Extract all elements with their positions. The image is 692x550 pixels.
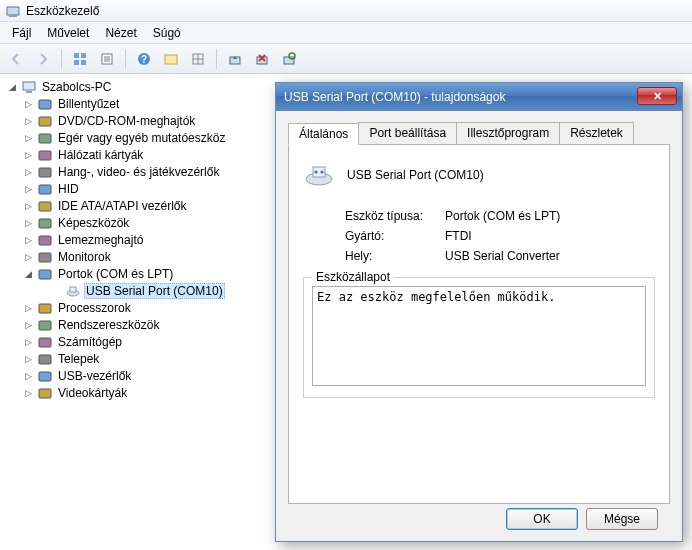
status-textbox[interactable]: [312, 286, 646, 386]
svg-rect-4: [74, 60, 79, 65]
toolbar-separator: [61, 49, 62, 69]
tab-strip: Általános Port beállítása Illesztőprogra…: [288, 122, 670, 145]
scan-hardware-button[interactable]: [277, 47, 301, 71]
svg-rect-36: [39, 321, 51, 330]
expand-icon[interactable]: ▷: [22, 200, 34, 212]
view-mode-button[interactable]: [68, 47, 92, 71]
tree-category-label: Lemezmeghajtó: [56, 232, 145, 248]
category-icon: [37, 181, 53, 197]
svg-rect-22: [39, 100, 51, 109]
tree-category-label: HID: [56, 181, 81, 197]
expand-icon[interactable]: ▷: [22, 132, 34, 144]
forward-button: [31, 47, 55, 71]
device-status-field: Eszközállapot: [303, 277, 655, 398]
grid-button[interactable]: [186, 47, 210, 71]
menu-action[interactable]: Művelet: [39, 24, 97, 42]
prop-type-label: Eszköz típusa:: [345, 209, 445, 223]
expand-icon[interactable]: ◢: [22, 268, 34, 280]
tree-category-label: Hang-, video- és játékvezérlők: [56, 164, 221, 180]
cancel-button[interactable]: Mégse: [586, 508, 658, 530]
expand-icon[interactable]: ▷: [22, 166, 34, 178]
expand-icon[interactable]: ▷: [22, 98, 34, 110]
dialog-titlebar[interactable]: USB Serial Port (COM10) - tulajdonságok …: [276, 83, 682, 111]
svg-rect-21: [26, 91, 32, 93]
show-hidden-button[interactable]: [159, 47, 183, 71]
svg-rect-1: [9, 15, 17, 17]
prop-loc-label: Hely:: [345, 249, 445, 263]
prop-mfr-value: FTDI: [445, 229, 472, 243]
category-icon: [37, 232, 53, 248]
svg-rect-37: [39, 338, 51, 347]
expand-icon[interactable]: ▷: [22, 336, 34, 348]
menu-view[interactable]: Nézet: [97, 24, 144, 42]
tree-root-label: Szabolcs-PC: [40, 79, 113, 95]
back-button: [4, 47, 28, 71]
uninstall-button[interactable]: [250, 47, 274, 71]
collapse-icon[interactable]: ◢: [6, 81, 18, 93]
tab-details[interactable]: Részletek: [559, 122, 634, 144]
tree-category-label: Portok (COM és LPT): [56, 266, 175, 282]
update-driver-button[interactable]: [223, 47, 247, 71]
svg-rect-40: [39, 389, 51, 398]
menu-help[interactable]: Súgó: [145, 24, 189, 42]
prop-mfr-row: Gyártó: FTDI: [345, 229, 655, 243]
svg-rect-35: [39, 304, 51, 313]
close-button[interactable]: ✕: [637, 87, 677, 105]
svg-point-43: [315, 171, 318, 174]
close-icon: ✕: [653, 90, 662, 103]
svg-text:?: ?: [141, 54, 147, 65]
tree-category-label: Egér vagy egyéb mutatóeszköz: [56, 130, 227, 146]
expand-icon[interactable]: ▷: [22, 183, 34, 195]
expand-icon[interactable]: ▷: [22, 370, 34, 382]
category-icon: [37, 351, 53, 367]
app-icon: [6, 4, 20, 18]
category-icon: [37, 198, 53, 214]
expand-icon[interactable]: ▷: [22, 353, 34, 365]
expand-icon[interactable]: ▷: [22, 149, 34, 161]
menubar: Fájl Művelet Nézet Súgó: [0, 22, 692, 44]
category-icon: [37, 249, 53, 265]
expand-icon[interactable]: ▷: [22, 251, 34, 263]
expand-icon[interactable]: ▷: [22, 115, 34, 127]
tree-category-label: Telepek: [56, 351, 101, 367]
category-icon: [37, 130, 53, 146]
category-icon: [37, 113, 53, 129]
tab-general[interactable]: Általános: [288, 123, 359, 145]
expand-icon[interactable]: ▷: [22, 319, 34, 331]
svg-point-44: [321, 171, 324, 174]
svg-rect-25: [39, 151, 51, 160]
tree-category-label: Billentyűzet: [56, 96, 121, 112]
expand-icon[interactable]: ▷: [22, 234, 34, 246]
help-button[interactable]: ?: [132, 47, 156, 71]
computer-icon: [21, 79, 37, 95]
tree-category-label: Processzorok: [56, 300, 133, 316]
svg-rect-2: [74, 53, 79, 58]
tab-port[interactable]: Port beállítása: [358, 122, 457, 144]
window-titlebar: Eszközkezelő: [0, 0, 692, 22]
port-icon: [65, 283, 81, 299]
toolbar-separator: [125, 49, 126, 69]
expand-icon[interactable]: ▷: [22, 302, 34, 314]
category-icon: [37, 164, 53, 180]
category-icon: [37, 334, 53, 350]
tab-driver[interactable]: Illesztőprogram: [456, 122, 560, 144]
ok-button[interactable]: OK: [506, 508, 578, 530]
svg-rect-34: [70, 287, 76, 292]
svg-rect-23: [39, 117, 51, 126]
menu-file[interactable]: Fájl: [4, 24, 39, 42]
svg-rect-30: [39, 236, 51, 245]
properties-button[interactable]: [95, 47, 119, 71]
svg-rect-27: [39, 185, 51, 194]
tree-category-label: Monitorok: [56, 249, 113, 265]
status-legend: Eszközállapot: [312, 270, 394, 284]
category-icon: [37, 266, 53, 282]
svg-rect-24: [39, 134, 51, 143]
expand-icon[interactable]: ▷: [22, 387, 34, 399]
properties-dialog: USB Serial Port (COM10) - tulajdonságok …: [275, 82, 683, 542]
svg-rect-12: [165, 55, 177, 64]
tree-category-label: DVD/CD-ROM-meghajtók: [56, 113, 197, 129]
category-icon: [37, 368, 53, 384]
expand-icon[interactable]: ▷: [22, 217, 34, 229]
prop-mfr-label: Gyártó:: [345, 229, 445, 243]
prop-loc-row: Hely: USB Serial Converter: [345, 249, 655, 263]
